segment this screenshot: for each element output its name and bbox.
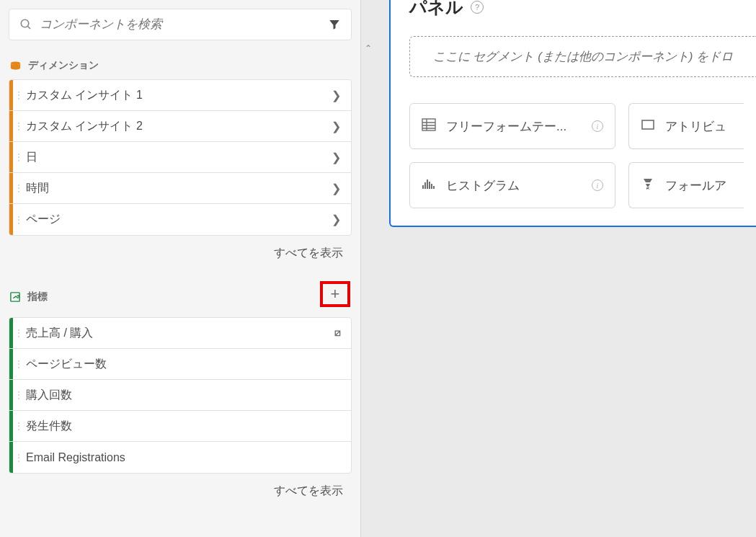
dimension-item[interactable]: ⋮ 日 ❯ (9, 142, 351, 173)
drag-handle-icon[interactable]: ⋮ (13, 328, 23, 338)
chevron-right-icon: ❯ (332, 213, 341, 226)
drag-handle-icon[interactable]: ⋮ (13, 421, 23, 431)
metrics-show-all[interactable]: すべてを表示 (9, 474, 352, 518)
viz-label: フリーフォームテー... (446, 118, 582, 135)
drag-handle-icon[interactable]: ⋮ (13, 390, 23, 400)
metric-item[interactable]: ⋮ ページビュー数 (9, 349, 351, 380)
dimension-label: 時間 (23, 181, 332, 196)
metric-label: 購入回数 (23, 388, 341, 403)
dimension-item[interactable]: ⋮ カスタム インサイト 2 ❯ (9, 111, 351, 142)
chevron-right-icon: ❯ (332, 120, 341, 133)
sidebar-scrollbar[interactable]: ⌃ (360, 0, 375, 537)
metric-item[interactable]: ⋮ 発生件数 (9, 411, 351, 442)
help-icon[interactable]: ? (471, 1, 484, 14)
dimension-item[interactable]: ⋮ 時間 ❯ (9, 173, 351, 204)
dimension-label: ページ (23, 212, 332, 227)
svg-rect-11 (427, 179, 428, 189)
metrics-header: 指標 + (9, 280, 352, 317)
viz-label: フォールア (665, 177, 732, 194)
chevron-right-icon: ❯ (332, 89, 341, 102)
drag-handle-icon[interactable]: ⋮ (13, 215, 23, 225)
histogram-icon (422, 178, 436, 193)
freeform-table-card[interactable]: フリーフォームテー... i (409, 103, 615, 149)
add-metric-button[interactable]: + (320, 281, 350, 307)
panel-title-text: パネル (409, 0, 463, 19)
dimension-item[interactable]: ⋮ カスタム インサイト 1 ❯ (9, 80, 351, 111)
svg-rect-12 (429, 182, 430, 189)
search-input[interactable] (40, 17, 321, 32)
metric-label: 売上高 / 購入 (23, 326, 334, 341)
drag-handle-icon[interactable]: ⋮ (13, 121, 23, 131)
drag-handle-icon[interactable]: ⋮ (13, 152, 23, 162)
svg-point-0 (21, 19, 29, 27)
drag-handle-icon[interactable]: ⋮ (13, 453, 23, 463)
metric-label: 発生件数 (23, 419, 341, 434)
attribution-icon (641, 119, 655, 134)
info-icon[interactable]: i (592, 120, 603, 132)
main-panel-area: パネル ? ここに セグメント (または他のコンポーネント) をドロ フリーフォ… (375, 0, 756, 537)
metrics-section: 指標 + ⋮ 売上高 / 購入 ⧄ ⋮ ページビュー数 ⋮ (0, 280, 360, 518)
metrics-title: 指標 (27, 290, 48, 303)
metric-item[interactable]: ⋮ 購入回数 (9, 380, 351, 411)
component-sidebar: ディメンション ⋮ カスタム インサイト 1 ❯ ⋮ カスタム インサイト 2 … (0, 0, 360, 537)
dimensions-show-all[interactable]: すべてを表示 (9, 236, 352, 280)
chevron-right-icon: ❯ (332, 151, 341, 164)
svg-rect-14 (433, 186, 435, 189)
segment-dropzone[interactable]: ここに セグメント (または他のコンポーネント) をドロ (409, 36, 756, 77)
metric-item[interactable]: ⋮ Email Registrations (9, 442, 351, 473)
metric-label: Email Registrations (23, 451, 341, 464)
svg-rect-9 (422, 185, 424, 189)
search-box (9, 9, 352, 40)
panel-title: パネル ? (409, 0, 484, 19)
drag-handle-icon[interactable]: ⋮ (13, 183, 23, 193)
search-icon (19, 18, 32, 31)
fallout-card[interactable]: フォールア (628, 162, 744, 208)
scroll-up-icon[interactable]: ⌃ (361, 43, 375, 53)
panel-card: パネル ? ここに セグメント (または他のコンポーネント) をドロ フリーフォ… (389, 0, 756, 227)
metric-item[interactable]: ⋮ 売上高 / 購入 ⧄ (9, 318, 351, 349)
drag-handle-icon[interactable]: ⋮ (13, 90, 23, 100)
dimensions-title: ディメンション (28, 59, 99, 72)
drag-handle-icon[interactable]: ⋮ (13, 359, 23, 369)
dimensions-section: ディメンション ⋮ カスタム インサイト 1 ❯ ⋮ カスタム インサイト 2 … (0, 55, 360, 280)
adobe-icon: ⧄ (334, 327, 341, 339)
metrics-list: ⋮ 売上高 / 購入 ⧄ ⋮ ページビュー数 ⋮ 購入回数 ⋮ 発生件数 (9, 317, 352, 474)
dimension-label: 日 (23, 150, 332, 165)
metrics-icon (10, 292, 20, 302)
viz-label: アトリビュ (665, 118, 732, 135)
attribution-card[interactable]: アトリビュ (628, 103, 744, 149)
metric-label: ページビュー数 (23, 357, 341, 372)
viz-label: ヒストグラム (446, 177, 582, 194)
dimension-item[interactable]: ⋮ ページ ❯ (9, 204, 351, 235)
svg-rect-15 (642, 120, 654, 129)
svg-rect-13 (431, 184, 432, 189)
svg-point-2 (11, 61, 20, 65)
plus-icon: + (331, 285, 340, 303)
dimension-label: カスタム インサイト 2 (23, 119, 332, 134)
dimensions-list: ⋮ カスタム インサイト 1 ❯ ⋮ カスタム インサイト 2 ❯ ⋮ 日 ❯ … (9, 79, 352, 236)
info-icon[interactable]: i (592, 179, 603, 191)
fallout-icon (641, 177, 655, 194)
filter-icon[interactable] (328, 18, 341, 31)
chevron-right-icon: ❯ (332, 182, 341, 195)
svg-rect-10 (424, 182, 426, 189)
dimension-label: カスタム インサイト 1 (23, 88, 332, 103)
dimensions-icon (10, 61, 21, 70)
table-icon (422, 118, 436, 135)
dimensions-header: ディメンション (9, 55, 352, 79)
histogram-card[interactable]: ヒストグラム i (409, 162, 615, 208)
svg-line-1 (27, 26, 30, 29)
